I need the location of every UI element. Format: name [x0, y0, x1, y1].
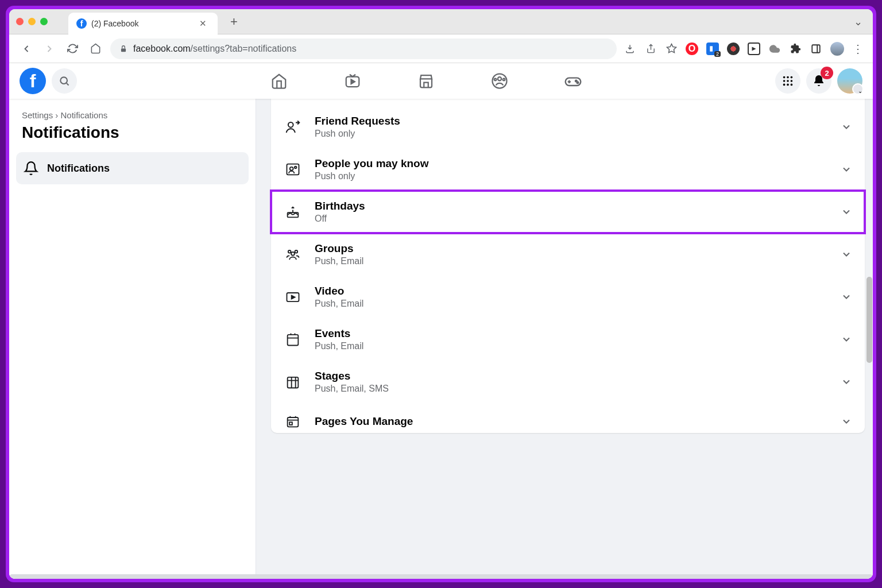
- nav-gaming-icon[interactable]: [559, 67, 587, 95]
- browser-tab[interactable]: f (2) Facebook ✕: [68, 13, 218, 34]
- calendar-icon: [284, 330, 302, 349]
- nav-watch-icon[interactable]: [339, 67, 366, 95]
- page-title: Notifications: [16, 123, 249, 152]
- chevron-down-icon: [841, 334, 852, 345]
- maximize-window-button[interactable]: [40, 18, 48, 25]
- setting-row-birthdays[interactable]: BirthdaysOff: [271, 191, 865, 233]
- new-tab-button[interactable]: +: [222, 14, 246, 29]
- svg-point-17: [787, 80, 789, 82]
- extension-face-icon[interactable]: [727, 42, 740, 55]
- setting-title: Stages: [315, 370, 828, 382]
- stages-icon: [284, 373, 302, 391]
- breadcrumb[interactable]: Settings › Notifications: [16, 110, 249, 123]
- svg-point-19: [783, 84, 786, 86]
- notifications-button[interactable]: 2: [806, 68, 831, 94]
- groups-icon: [284, 245, 302, 264]
- setting-title: Video: [315, 285, 828, 297]
- setting-row-partial[interactable]: Push only: [271, 99, 865, 106]
- extension-cloud-icon[interactable]: [768, 42, 781, 55]
- scrollbar-thumb[interactable]: [866, 277, 872, 363]
- facebook-nav: [83, 67, 769, 95]
- svg-point-30: [291, 252, 295, 256]
- settings-card: Push onlyFriend RequestsPush onlyPeople …: [271, 99, 865, 433]
- main-panel: Push onlyFriend RequestsPush onlyPeople …: [256, 99, 873, 579]
- setting-subtitle: Push, Email: [315, 256, 828, 266]
- panel-icon[interactable]: [810, 42, 822, 55]
- share-icon[interactable]: [644, 42, 657, 55]
- svg-point-7: [498, 77, 501, 80]
- url-domain: facebook.com: [133, 44, 191, 53]
- menu-grid-button[interactable]: [775, 68, 800, 94]
- close-window-button[interactable]: [16, 18, 24, 25]
- search-button[interactable]: [52, 68, 77, 94]
- setting-row-video[interactable]: VideoPush, Email: [271, 276, 865, 318]
- bookmark-icon[interactable]: [665, 42, 678, 55]
- svg-rect-33: [288, 377, 299, 388]
- svg-point-9: [503, 79, 505, 81]
- nav-marketplace-icon[interactable]: [412, 67, 440, 95]
- back-button[interactable]: [18, 41, 34, 57]
- setting-title: Groups: [315, 242, 828, 255]
- reload-button[interactable]: [64, 41, 80, 57]
- setting-subtitle: Push, Email, SMS: [315, 384, 828, 394]
- svg-point-21: [791, 84, 793, 86]
- sidebar-item-label: Notifications: [47, 163, 110, 175]
- setting-row-events[interactable]: EventsPush, Email: [271, 318, 865, 361]
- svg-point-28: [288, 250, 291, 253]
- setting-subtitle: Push only: [315, 171, 828, 181]
- setting-row-pages-you-manage[interactable]: Pages You Manage: [271, 403, 865, 431]
- sidebar: Settings › Notifications Notifications N…: [9, 99, 256, 579]
- extension-icons: O 2 ⋮: [624, 42, 864, 56]
- setting-row-people-you-may-know[interactable]: People you may knowPush only: [271, 148, 865, 191]
- svg-point-20: [787, 84, 789, 86]
- svg-point-4: [60, 77, 67, 84]
- favicon-icon: f: [76, 18, 87, 29]
- horizontal-scrollbar[interactable]: [9, 574, 873, 579]
- svg-point-25: [290, 167, 293, 171]
- svg-rect-2: [812, 45, 820, 53]
- setting-title: Events: [315, 327, 828, 340]
- forward-button[interactable]: [41, 41, 57, 57]
- tabs-overflow-button[interactable]: ⌄: [850, 16, 866, 28]
- address-bar[interactable]: facebook.com/settings?tab=notifications: [110, 38, 617, 59]
- svg-point-8: [494, 79, 497, 81]
- setting-title: Birthdays: [315, 200, 828, 212]
- sidebar-item-notifications[interactable]: Notifications: [16, 152, 249, 184]
- install-icon[interactable]: [624, 42, 636, 55]
- chevron-down-icon: [841, 376, 852, 388]
- svg-rect-32: [288, 335, 299, 346]
- svg-point-15: [791, 76, 793, 79]
- setting-subtitle: Push, Email: [315, 299, 828, 309]
- chevron-down-icon: [841, 206, 852, 218]
- setting-row-stages[interactable]: StagesPush, Email, SMS: [271, 361, 865, 403]
- setting-title: People you may know: [315, 157, 828, 170]
- nav-groups-icon[interactable]: [486, 67, 513, 95]
- extension-opera-icon[interactable]: O: [686, 42, 698, 55]
- home-button[interactable]: [87, 41, 103, 57]
- svg-point-16: [783, 80, 786, 82]
- extensions-puzzle-icon[interactable]: [789, 42, 802, 55]
- notification-badge: 2: [821, 67, 833, 79]
- svg-rect-1: [710, 46, 713, 51]
- setting-title: Pages You Manage: [315, 415, 828, 428]
- setting-row-groups[interactable]: GroupsPush, Email: [271, 233, 865, 276]
- facebook-logo[interactable]: f: [20, 68, 46, 94]
- window-controls: [16, 18, 48, 25]
- browser-toolbar: facebook.com/settings?tab=notifications …: [9, 34, 873, 63]
- svg-point-14: [787, 76, 789, 79]
- facebook-header: f 2 ⌄: [9, 63, 873, 99]
- setting-subtitle: Off: [315, 214, 828, 224]
- account-button[interactable]: ⌄: [837, 68, 862, 94]
- profile-button[interactable]: [830, 42, 844, 56]
- extension-blue-icon[interactable]: 2: [706, 42, 719, 55]
- nav-home-icon[interactable]: [265, 67, 293, 95]
- browser-menu-button[interactable]: ⋮: [852, 42, 864, 56]
- extension-box-icon[interactable]: [748, 42, 760, 55]
- setting-row-friend-requests[interactable]: Friend RequestsPush only: [271, 106, 865, 148]
- svg-point-12: [577, 82, 579, 83]
- lock-icon: [119, 45, 127, 53]
- svg-rect-0: [121, 48, 126, 52]
- setting-title: Friend Requests: [315, 115, 828, 127]
- tab-close-button[interactable]: ✕: [196, 17, 210, 30]
- minimize-window-button[interactable]: [28, 18, 36, 25]
